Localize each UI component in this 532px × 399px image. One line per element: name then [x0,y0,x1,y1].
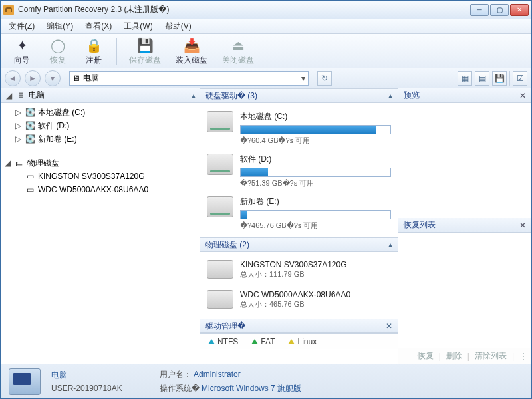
toolbar: ✦ 向导 ◯ 恢复 🔒 注册 💾 保存磁盘 📥 装入磁盘 ⏏ 关闭磁盘 [1,34,531,68]
expand-icon: ▷ [14,134,22,144]
hdd-icon: ▭ [25,171,35,182]
computer-icon: 🖥 [17,91,25,100]
titlebar: Comfy Partition Recovery 2.3 (未注册版�) ─ ▢… [1,1,531,19]
maximize-button[interactable]: ▢ [490,4,509,16]
menu-tools[interactable]: 工具(W) [118,19,158,33]
mid-column: 硬盘驱动� (3) ▴ 本地磁盘 (C:) �?60.4 GB�?s 可用 [200,88,398,364]
menu-edit[interactable]: 编辑(Y) [41,19,78,33]
triangle-icon [288,339,295,344]
drive-d[interactable]: 软件 (D:) �?51.39 GB�?s 可用 [207,150,391,192]
physical-section-header[interactable]: 物理磁盘 (2) ▴ [200,237,398,252]
physical-disk-1[interactable]: WDC WD5000AAKX-08U6AA0 总大小：465.76 GB [207,285,391,315]
drive-e[interactable]: 新加卷 (E:) �?465.76 GB�?s 可用 [207,192,391,235]
window-title: Comfy Partition Recovery 2.3 (未注册版�) [18,4,470,15]
drive-icon [207,154,233,175]
preview-panel-header[interactable]: 预览 ✕ [398,88,531,103]
lifebuoy-icon: ◯ [47,36,68,55]
nav-forward-button[interactable]: ► [25,70,41,86]
more-icon[interactable]: ⋮ [519,352,527,361]
triangle-icon [208,339,215,344]
drive-icon: 💽 [25,120,35,131]
disk-close-icon: ⏏ [227,36,249,55]
status-computer-name: USER-20190718AK [51,384,122,393]
tree-volume-d[interactable]: ▷ 💽 软件 (D:) [1,119,200,132]
tree-physical-0[interactable]: ▭ KINGSTON SV300S37A120G [1,170,200,183]
drive-manager-header[interactable]: 驱动管理� ✕ [200,319,398,333]
recovery-list-header[interactable]: 恢复列表 ✕ [398,218,531,233]
computer-icon: 🖥 [72,74,80,83]
save-disk-button[interactable]: 💾 保存磁盘 [124,35,166,67]
register-button[interactable]: 🔒 注册 [78,35,110,67]
fs-fat: FAT [251,337,275,346]
view-small-button[interactable]: ▤ [475,71,489,86]
usage-bar [240,210,391,219]
drive-icon [207,111,233,132]
triangle-icon [251,339,258,344]
menu-view[interactable]: 查看(X) [80,19,117,33]
preview-panel-body [398,103,531,218]
sidebar-root-label: 电脑 [29,90,45,101]
chevron-up-icon: ▴ [388,240,392,249]
delete-action[interactable]: 删除 [446,350,462,362]
collapse-icon: ◢ [3,158,11,168]
drive-icon: 💽 [25,107,35,118]
minimize-button[interactable]: ─ [470,4,489,16]
expand-icon: ▷ [14,108,22,117]
hdd-section-header[interactable]: 硬盘驱动� (3) ▴ [200,88,398,103]
load-disk-button[interactable]: 📥 装入磁盘 [170,35,213,67]
content-area: ◢ 🖥 电脑 ▴ ▷ 💽 本地磁盘 (C:) ▷ 💽 软件 (D:) ▷ [1,88,531,364]
recovery-actions: 恢复| 删除| 清除列表| ⋮ [398,348,531,364]
addressbar: ◄ ► ▾ 🖥 电脑 ▾ ↻ ▦ ▤ 💾 ☑ [1,68,531,88]
close-icon[interactable]: ✕ [519,91,526,100]
menu-help[interactable]: 帮助(V) [160,19,197,33]
nav-history-button[interactable]: ▾ [45,70,61,86]
tree-volume-c[interactable]: ▷ 💽 本地磁盘 (C:) [1,106,200,119]
nav-back-button[interactable]: ◄ [5,70,21,86]
hdd-icon [207,290,233,309]
recover-button[interactable]: ◯ 恢复 [42,35,74,67]
tree: ▷ 💽 本地磁盘 (C:) ▷ 💽 软件 (D:) ▷ 💽 新加卷 (E:) ◢ [1,103,200,364]
expand-icon: ▷ [14,121,22,130]
toolbar-separator [116,38,117,65]
tree-physical-1[interactable]: ▭ WDC WD5000AAKX-08U6AA0 [1,183,200,196]
recovery-list-body [398,233,531,348]
drive-c[interactable]: 本地磁盘 (C:) �?60.4 GB�?s 可用 [207,107,391,150]
drive-icon: 💽 [25,134,35,144]
disk-load-icon: 📥 [181,36,202,55]
main: 硬盘驱动� (3) ▴ 本地磁盘 (C:) �?60.4 GB�?s 可用 [200,88,531,364]
close-icon[interactable]: ✕ [519,221,526,230]
recover-action[interactable]: 恢复 [418,350,434,362]
status-os: Microsoft Windows 7 旗舰版 [201,384,301,393]
clear-action[interactable]: 清除列表 [475,350,507,362]
address-input[interactable]: 🖥 电脑 ▾ [69,71,309,86]
fs-linux: Linux [288,337,317,346]
app-window: Comfy Partition Recovery 2.3 (未注册版�) ─ ▢… [0,0,532,399]
chevron-up-icon: ▴ [388,91,392,100]
right-column: 预览 ✕ 恢复列表 ✕ 恢复| 删除| 清除列表| ⋮ [398,88,531,364]
statusbar: 电脑 USER-20190718AK 用户名： Administrator 操作… [1,364,531,398]
tree-physical-header[interactable]: ◢ 🖴 物理磁盘 [1,156,200,170]
wizard-button[interactable]: ✦ 向导 [6,35,38,67]
close-button[interactable]: ✕ [510,4,529,16]
refresh-button[interactable]: ↻ [317,71,332,86]
menu-file[interactable]: 文件(Z) [3,19,40,33]
view-large-button[interactable]: ▦ [458,71,472,86]
computer-icon [9,368,41,395]
sidebar-header[interactable]: ◢ 🖥 电脑 ▴ [1,88,200,103]
menubar: 文件(Z) 编辑(Y) 查看(X) 工具(W) 帮助(V) [1,19,531,34]
drive-manager-bar: NTFS FAT Linux [200,333,398,349]
save-button[interactable]: 💾 [492,71,507,86]
physical-disk-0[interactable]: KINGSTON SV300S37A120G 总大小：111.79 GB [207,255,391,285]
close-disk-button[interactable]: ⏏ 关闭磁盘 [217,35,259,67]
drives-list: 本地磁盘 (C:) �?60.4 GB�?s 可用 软件 (D:) �?51.3… [200,103,398,319]
disk-save-icon: 💾 [134,36,156,55]
chevron-up-icon: ▴ [192,91,196,100]
usage-bar [240,125,391,134]
tree-volume-e[interactable]: ▷ 💽 新加卷 (E:) [1,132,200,146]
collapse-icon: ◢ [5,91,13,100]
drive-icon [207,196,233,217]
options-button[interactable]: ☑ [513,71,527,86]
close-icon[interactable]: ✕ [386,321,392,331]
fs-ntfs: NTFS [208,337,238,346]
wand-icon: ✦ [11,36,33,55]
